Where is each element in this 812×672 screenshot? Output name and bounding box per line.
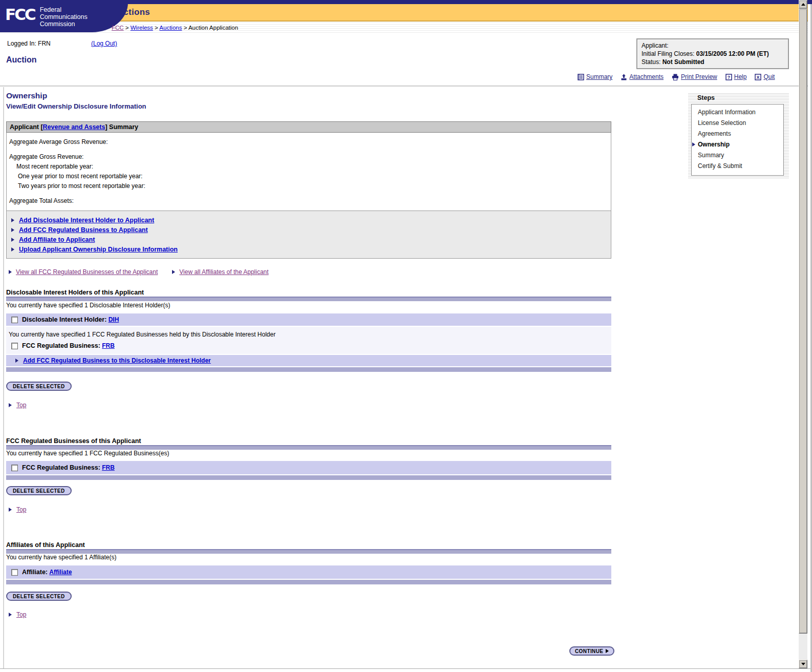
applicant-summary-table: Applicant [Revenue and Assets] Summary A… — [6, 121, 611, 259]
dih-top-link-row: Top — [9, 402, 26, 409]
steps-title: Steps — [688, 92, 789, 104]
applicant-summary-header: Applicant [Revenue and Assets] Summary — [6, 121, 611, 133]
breadcrumb: FCC > Wireless > Auctions > Auction Appl… — [112, 25, 238, 31]
scroll-down-icon — [801, 663, 805, 665]
print-preview-icon — [672, 74, 679, 80]
quit-button[interactable]: X Quit — [755, 73, 775, 80]
summary-icon — [578, 74, 584, 80]
svg-text:?: ? — [727, 75, 730, 80]
filing-closes-label: Initial Filing Closes: — [642, 50, 694, 57]
affiliate-table: Affiliate: Affiliate — [6, 565, 611, 584]
page-title: Auction — [6, 55, 37, 65]
summary-row: Aggregate Gross Revenue: — [9, 152, 611, 162]
scrollbar-up-button[interactable] — [799, 0, 807, 9]
help-icon: ? — [725, 74, 732, 80]
steps-panel: Steps Applicant Information License Sele… — [688, 92, 789, 179]
affiliate-link[interactable]: Affiliate — [49, 569, 72, 576]
attachments-button[interactable]: Attachments — [621, 73, 664, 80]
log-out-link[interactable]: (Log Out) — [91, 40, 117, 47]
frb-row: FCC Regulated Business: FRB — [6, 461, 611, 474]
continue-button[interactable]: CONTINUE — [569, 646, 614, 656]
arrow-icon — [15, 359, 18, 363]
action-row: Add Disclosable Interest Holder to Appli… — [11, 215, 611, 225]
frb-link[interactable]: FRB — [102, 464, 115, 471]
applicant-label: Applicant: — [642, 42, 669, 49]
view-link-item: View all Affiliates of the Applicant — [172, 268, 268, 276]
view-link-item: View all FCC Regulated Businesses of the… — [9, 268, 158, 276]
dih-table-footer-bar — [6, 367, 611, 372]
applicant-summary-body: Aggregate Average Gross Revenue: Aggrega… — [6, 133, 611, 211]
continue-arrow-icon — [606, 649, 609, 653]
top-link[interactable]: Top — [16, 402, 26, 409]
help-button[interactable]: ? Help — [725, 73, 747, 80]
view-all-frb-link[interactable]: View all FCC Regulated Businesses of the… — [16, 268, 158, 276]
applicant-info-box: Applicant: Initial Filing Closes: 03/15/… — [636, 38, 789, 69]
dih-link[interactable]: DIH — [109, 316, 119, 323]
frb-checkbox[interactable] — [11, 465, 18, 471]
scrollbar-down-button[interactable] — [799, 660, 807, 668]
fcc-logo-block: FCC Federal Communications Commission — [0, 0, 128, 32]
affiliate-count-text: You currently have specified 1 Affiliate… — [6, 554, 116, 561]
affiliate-section-heading: Affiliates of this Applicant — [6, 541, 85, 549]
summary-row: Aggregate Total Assets: — [9, 196, 611, 206]
top-link[interactable]: Top — [16, 611, 26, 618]
breadcrumb-auctions[interactable]: Auctions — [159, 25, 182, 31]
affiliate-checkbox[interactable] — [11, 569, 18, 576]
summary-button[interactable]: Summary — [578, 73, 612, 80]
dih-row: Disclosable Interest Holder: DIH — [6, 313, 611, 326]
dih-section-heading: Disclosable Interest Holders of this App… — [6, 289, 144, 296]
affiliate-section-bar — [6, 549, 611, 554]
active-step-arrow-icon — [692, 142, 695, 146]
dih-count-text: You currently have specified 1 Disclosab… — [6, 302, 170, 309]
add-fcc-regulated-business-link[interactable]: Add FCC Regulated Business to Applicant — [19, 226, 148, 234]
view-all-affiliates-link[interactable]: View all Affiliates of the Applicant — [179, 268, 268, 276]
frb-delete-selected-button[interactable]: DELETE SELECTED — [6, 486, 72, 495]
attachments-icon — [621, 74, 627, 80]
dih-sub-count-text: You currently have specified 1 FCC Regul… — [9, 331, 611, 338]
scrollbar-thumb[interactable] — [799, 9, 807, 634]
fcc-auction-application-page: Auctions FCC Federal Communications Comm… — [0, 0, 812, 672]
upload-ownership-disclosure-link[interactable]: Upload Applicant Ownership Disclosure In… — [19, 246, 178, 253]
quit-icon: X — [755, 74, 761, 80]
window-bottom-border — [0, 668, 812, 669]
breadcrumb-fcc[interactable]: FCC — [112, 25, 124, 31]
add-frb-to-dih-link[interactable]: Add FCC Regulated Business to this Discl… — [23, 357, 211, 364]
action-row: Upload Applicant Ownership Disclosure In… — [11, 244, 611, 254]
breadcrumb-wireless[interactable]: Wireless — [131, 25, 153, 31]
fcc-logo: FCC — [5, 6, 35, 32]
dih-frb-link[interactable]: FRB — [102, 342, 115, 349]
dih-checkbox[interactable] — [11, 317, 18, 323]
revenue-and-assets-link[interactable]: Revenue and Assets — [43, 123, 105, 131]
applicant-actions: Add Disclosable Interest Holder to Appli… — [6, 211, 611, 259]
summary-row: One year prior to most recent reportable… — [9, 172, 611, 181]
frb-count-text: You currently have specified 1 FCC Regul… — [6, 450, 169, 457]
status-value: Not Submitted — [663, 58, 704, 66]
frb-table: FCC Regulated Business: FRB — [6, 461, 611, 480]
dih-frb-checkbox[interactable] — [11, 343, 18, 349]
arrow-icon — [11, 228, 14, 232]
add-disclosable-interest-holder-link[interactable]: Add Disclosable Interest Holder to Appli… — [19, 217, 154, 224]
dih-table: Disclosable Interest Holder: DIH You cur… — [6, 313, 611, 372]
top-link[interactable]: Top — [16, 506, 26, 513]
dih-frb-row: FCC Regulated Business: FRB — [9, 342, 611, 349]
dih-section-bar — [6, 297, 611, 301]
print-preview-button[interactable]: Print Preview — [672, 73, 717, 80]
arrow-icon — [11, 238, 14, 242]
affiliate-row: Affiliate: Affiliate — [6, 565, 611, 579]
vertical-scrollbar[interactable] — [799, 0, 807, 668]
scroll-up-icon — [801, 3, 805, 6]
fcc-org-name: Federal Communications Commission — [40, 6, 88, 32]
arrow-icon — [11, 218, 14, 222]
affiliate-delete-selected-button[interactable]: DELETE SELECTED — [6, 592, 72, 601]
step-ownership: Ownership — [692, 139, 783, 150]
app-title-band: Auctions — [104, 4, 808, 22]
status-label: Status: — [642, 58, 660, 66]
content-left-border — [3, 87, 4, 668]
add-affiliate-link[interactable]: Add Affiliate to Applicant — [19, 236, 95, 243]
summary-row: Aggregate Average Gross Revenue: — [9, 137, 611, 147]
toolbar: Summary Attachments Print Preview ? Help… — [578, 73, 775, 80]
arrow-icon — [9, 403, 12, 407]
view-all-links: View all FCC Regulated Businesses of the… — [9, 268, 269, 276]
dih-delete-selected-button[interactable]: DELETE SELECTED — [6, 382, 72, 391]
frb-section-bar — [6, 445, 611, 450]
